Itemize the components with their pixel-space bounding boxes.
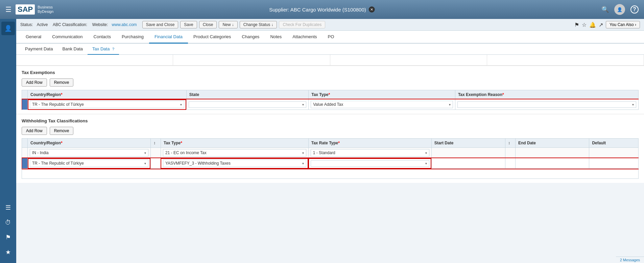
tab-product-categories[interactable]: Product Categories xyxy=(188,31,236,44)
wh-tax-type-tr: YASVMFEFY_3 - Withholding Taxes ▾ xyxy=(161,158,308,169)
new-button[interactable]: New ↓ xyxy=(219,21,237,28)
header-close-button[interactable]: ✕ xyxy=(369,6,375,13)
wh-start-date-india[interactable] xyxy=(431,148,505,158)
wh-country-india: IN - India ▾ xyxy=(28,148,151,158)
country-region-dropdown-tr[interactable]: TR - The Republic of Türkiye ▾ xyxy=(30,101,184,108)
sidenav-item-clock[interactable]: ⏱ xyxy=(1,216,15,229)
star-icon: ★ xyxy=(5,248,11,256)
website-link[interactable]: www.abc.com xyxy=(112,22,137,27)
save-button[interactable]: Save xyxy=(180,21,197,28)
sap-logo: SAP BusinessByDesign xyxy=(16,4,53,15)
toolbar: Status: Active ABC Classification: Websi… xyxy=(16,19,644,31)
wh-start-date-tr[interactable] xyxy=(431,158,505,169)
wh-sort2-india xyxy=(505,148,516,158)
wh-selector-tr xyxy=(22,158,28,169)
tax-type-value-tr: Value Added Tax xyxy=(313,102,343,107)
tax-exemptions-table-wrapper: Country/Region* State Tax Type* Tax Exem… xyxy=(22,90,639,110)
change-status-button[interactable]: Change Status ↓ xyxy=(240,21,277,28)
top-header: ☰ SAP BusinessByDesign Supplier: ABC Car… xyxy=(0,0,644,19)
empty-rows-area xyxy=(16,55,644,66)
tax-data-help-icon[interactable]: ? xyxy=(112,47,114,51)
sidenav-item-star[interactable]: ★ xyxy=(1,245,15,259)
wh-th-sort1[interactable]: ↕ xyxy=(150,139,161,148)
withholding-add-row-button[interactable]: Add Row xyxy=(22,127,47,135)
header-right: 🔍 👤 ? xyxy=(601,4,639,15)
wh-end-date-india[interactable] xyxy=(516,148,589,158)
website-label: Website: xyxy=(92,22,108,27)
tax-exemptions-buttons: Add Row Remove xyxy=(22,78,639,87)
country-region-chevron-tr: ▾ xyxy=(180,103,182,106)
wh-tax-type-dropdown-india[interactable]: 21 - EC on Income Tax ▾ xyxy=(163,149,306,157)
withholding-table: Country/Region* ↕ Tax Type* Tax Rate Typ… xyxy=(22,138,639,179)
tab-contacts[interactable]: Contacts xyxy=(88,31,116,44)
withholding-header-row: Country/Region* ↕ Tax Type* Tax Rate Typ… xyxy=(22,139,639,148)
tab-communication[interactable]: Communication xyxy=(47,31,88,44)
tax-exemptions-title: Tax Exemptions xyxy=(22,70,639,75)
empty-row-1 xyxy=(16,55,644,66)
subtab-payment-data[interactable]: Payment Data xyxy=(20,44,57,55)
list-icon: ☰ xyxy=(5,204,11,211)
help-icon[interactable]: ? xyxy=(630,5,639,14)
supplier-title-text: Supplier: ABC Cargo Worldwide (S100800) xyxy=(269,7,366,13)
check-duplicates-button[interactable]: Check For Duplicates xyxy=(279,21,325,28)
tab-notes[interactable]: Notes xyxy=(265,31,287,44)
tax-exemptions-add-row-button[interactable]: Add Row xyxy=(22,78,47,87)
tab-general[interactable]: General xyxy=(20,31,47,44)
wh-tax-type-dropdown-tr[interactable]: YASVMFEFY_3 - Withholding Taxes ▾ xyxy=(163,160,306,167)
hamburger-icon[interactable]: ☰ xyxy=(5,5,11,14)
wh-country-chevron-tr: ▾ xyxy=(144,162,146,165)
bell-toolbar-icon[interactable]: 🔔 xyxy=(589,22,596,28)
tax-exemption-reason-dropdown-tr[interactable]: ▾ xyxy=(457,101,636,108)
withholding-remove-button[interactable]: Remove xyxy=(50,127,74,135)
toolbar-right: ⚑ ☆ 🔔 ↗ You Can Also › xyxy=(574,21,640,28)
wh-default-india[interactable] xyxy=(589,148,639,158)
wh-tax-rate-dropdown-tr[interactable]: ▾ xyxy=(311,160,429,167)
wh-th-start-date: Start Date xyxy=(431,139,505,148)
subtab-tax-data-label: Tax Data xyxy=(92,46,110,51)
you-can-also-button[interactable]: You Can Also › xyxy=(606,21,640,28)
wh-tax-rate-dropdown-india[interactable]: 1 - Standard ▾ xyxy=(311,149,429,157)
sidenav-item-person[interactable]: 👤 xyxy=(1,22,15,35)
withholding-tax-section: Withholding Tax Classifications Add Row … xyxy=(16,114,644,183)
flag-toolbar-icon[interactable]: ⚑ xyxy=(574,22,579,28)
tab-purchasing[interactable]: Purchasing xyxy=(116,31,149,44)
wh-th-sort2[interactable]: ↕ xyxy=(505,139,516,148)
tab-changes[interactable]: Changes xyxy=(236,31,265,44)
tab-po[interactable]: PO xyxy=(323,31,340,44)
sidenav-item-flag[interactable]: ⚑ xyxy=(1,231,15,244)
toolbar-buttons: Save and Close Save Close New ↓ Change S… xyxy=(142,21,326,28)
sub-tabs: Payment Data Bank Data Tax Data ? xyxy=(16,44,644,55)
wh-tax-type-chevron-tr: ▾ xyxy=(302,162,304,165)
person-icon: 👤 xyxy=(4,25,12,32)
avatar[interactable]: 👤 xyxy=(614,4,625,15)
sidenav-item-list[interactable]: ☰ xyxy=(1,201,15,214)
tax-exemptions-remove-button[interactable]: Remove xyxy=(50,78,74,87)
subtab-tax-data[interactable]: Tax Data ? xyxy=(88,44,119,55)
status-bar[interactable]: 2 Messages xyxy=(616,257,644,263)
wh-default-tr[interactable] xyxy=(589,158,639,169)
wh-sort1-tr xyxy=(150,158,161,169)
wh-country-dropdown-tr[interactable]: TR - The Republic of Türkiye ▾ xyxy=(30,160,148,167)
state-dropdown-tr[interactable]: ▾ xyxy=(189,101,306,108)
tax-exemptions-header-row: Country/Region* State Tax Type* Tax Exem… xyxy=(22,90,639,99)
wh-th-country: Country/Region* xyxy=(28,139,151,148)
wh-th-end-date: End Date xyxy=(516,139,589,148)
wh-tax-type-value-india: 21 - EC on Income Tax xyxy=(165,150,207,155)
subtab-bank-data[interactable]: Bank Data xyxy=(57,44,88,55)
wh-tax-rate-value-india: 1 - Standard xyxy=(313,150,335,155)
close-button[interactable]: Close xyxy=(199,21,217,28)
tax-type-dropdown-tr[interactable]: Value Added Tax ▾ xyxy=(311,101,453,108)
tab-financial-data[interactable]: Financial Data xyxy=(149,31,188,44)
wh-end-date-tr[interactable] xyxy=(516,158,589,169)
star-toolbar-icon[interactable]: ☆ xyxy=(582,22,587,28)
wh-country-dropdown-india[interactable]: IN - India ▾ xyxy=(30,149,148,157)
share-toolbar-icon[interactable]: ↗ xyxy=(599,22,603,28)
search-icon[interactable]: 🔍 xyxy=(601,6,609,13)
tab-attachments[interactable]: Attachments xyxy=(287,31,322,44)
sidenav-bottom: ☰ ⏱ ⚑ ★ xyxy=(1,201,15,260)
wh-country-chevron-india: ▾ xyxy=(144,151,146,155)
save-and-close-button[interactable]: Save and Close xyxy=(142,21,178,28)
withholding-row-india: IN - India ▾ 21 - EC on Income Tax ▾ xyxy=(22,148,639,158)
wh-tax-rate-india: 1 - Standard ▾ xyxy=(308,148,431,158)
row-selector-header xyxy=(22,90,28,99)
